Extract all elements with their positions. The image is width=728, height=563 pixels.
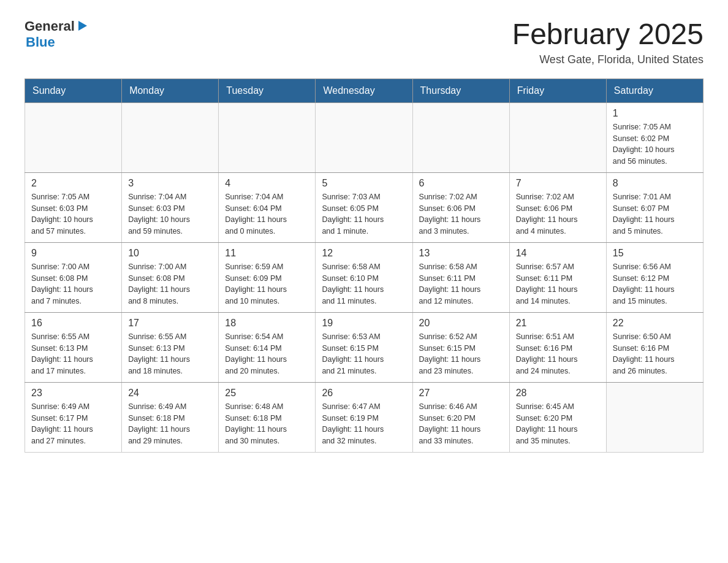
calendar-cell (509, 102, 606, 172)
calendar-cell: 28Sunrise: 6:45 AM Sunset: 6:20 PM Dayli… (509, 382, 606, 452)
day-number: 27 (419, 388, 503, 399)
day-info: Sunrise: 7:00 AM Sunset: 6:08 PM Dayligh… (128, 261, 212, 307)
calendar-cell: 11Sunrise: 6:59 AM Sunset: 6:09 PM Dayli… (219, 242, 316, 312)
day-number: 9 (31, 248, 115, 259)
calendar-cell: 25Sunrise: 6:48 AM Sunset: 6:18 PM Dayli… (219, 382, 316, 452)
calendar-header-tuesday: Tuesday (219, 79, 316, 102)
calendar-cell: 13Sunrise: 6:58 AM Sunset: 6:11 PM Dayli… (412, 242, 509, 312)
day-number: 14 (516, 248, 600, 259)
day-number: 28 (516, 388, 600, 399)
calendar-cell: 20Sunrise: 6:52 AM Sunset: 6:15 PM Dayli… (412, 312, 509, 382)
calendar-cell: 18Sunrise: 6:54 AM Sunset: 6:14 PM Dayli… (219, 312, 316, 382)
day-info: Sunrise: 6:45 AM Sunset: 6:20 PM Dayligh… (516, 401, 600, 447)
day-number: 4 (225, 178, 309, 189)
day-info: Sunrise: 7:04 AM Sunset: 6:03 PM Dayligh… (128, 191, 212, 237)
svg-marker-0 (78, 21, 87, 31)
calendar-cell (316, 102, 412, 172)
day-info: Sunrise: 6:53 AM Sunset: 6:15 PM Dayligh… (322, 331, 406, 377)
day-info: Sunrise: 7:01 AM Sunset: 6:07 PM Dayligh… (613, 191, 697, 237)
day-number: 26 (322, 388, 406, 399)
day-info: Sunrise: 6:55 AM Sunset: 6:13 PM Dayligh… (31, 331, 115, 377)
day-info: Sunrise: 7:05 AM Sunset: 6:03 PM Dayligh… (31, 191, 115, 237)
day-number: 18 (225, 318, 309, 329)
calendar-cell (219, 102, 316, 172)
day-info: Sunrise: 6:50 AM Sunset: 6:16 PM Dayligh… (613, 331, 697, 377)
calendar-cell: 27Sunrise: 6:46 AM Sunset: 6:20 PM Dayli… (412, 382, 509, 452)
calendar-cell: 6Sunrise: 7:02 AM Sunset: 6:06 PM Daylig… (412, 172, 509, 242)
day-number: 22 (613, 318, 697, 329)
day-number: 7 (516, 178, 600, 189)
calendar-header-row: SundayMondayTuesdayWednesdayThursdayFrid… (25, 79, 703, 102)
calendar-header-friday: Friday (509, 79, 606, 102)
logo-blue: Blue (26, 34, 55, 50)
day-number: 6 (419, 178, 503, 189)
calendar-week-row: 1Sunrise: 7:05 AM Sunset: 6:02 PM Daylig… (25, 102, 703, 172)
calendar-cell: 22Sunrise: 6:50 AM Sunset: 6:16 PM Dayli… (606, 312, 703, 382)
title-block: February 2025 West Gate, Florida, United… (512, 18, 703, 66)
day-info: Sunrise: 6:47 AM Sunset: 6:19 PM Dayligh… (322, 401, 406, 447)
day-number: 16 (31, 318, 115, 329)
calendar-cell (412, 102, 509, 172)
calendar-cell: 24Sunrise: 6:49 AM Sunset: 6:18 PM Dayli… (122, 382, 219, 452)
calendar-header-monday: Monday (122, 79, 219, 102)
day-info: Sunrise: 7:02 AM Sunset: 6:06 PM Dayligh… (419, 191, 503, 237)
day-number: 25 (225, 388, 309, 399)
day-number: 13 (419, 248, 503, 259)
calendar-cell: 3Sunrise: 7:04 AM Sunset: 6:03 PM Daylig… (122, 172, 219, 242)
day-info: Sunrise: 6:48 AM Sunset: 6:18 PM Dayligh… (225, 401, 309, 447)
day-info: Sunrise: 7:02 AM Sunset: 6:06 PM Dayligh… (516, 191, 600, 237)
day-number: 21 (516, 318, 600, 329)
calendar-week-row: 16Sunrise: 6:55 AM Sunset: 6:13 PM Dayli… (25, 312, 703, 382)
day-info: Sunrise: 6:49 AM Sunset: 6:17 PM Dayligh… (31, 401, 115, 447)
day-info: Sunrise: 7:05 AM Sunset: 6:02 PM Dayligh… (613, 121, 697, 167)
calendar-header-sunday: Sunday (25, 79, 122, 102)
page-title: February 2025 (512, 18, 703, 51)
day-info: Sunrise: 6:59 AM Sunset: 6:09 PM Dayligh… (225, 261, 309, 307)
calendar-header-wednesday: Wednesday (316, 79, 412, 102)
calendar-table: SundayMondayTuesdayWednesdayThursdayFrid… (25, 79, 703, 453)
day-info: Sunrise: 6:58 AM Sunset: 6:11 PM Dayligh… (419, 261, 503, 307)
day-number: 20 (419, 318, 503, 329)
calendar-cell (606, 382, 703, 452)
day-info: Sunrise: 6:46 AM Sunset: 6:20 PM Dayligh… (419, 401, 503, 447)
calendar-cell (25, 102, 122, 172)
calendar-cell: 12Sunrise: 6:58 AM Sunset: 6:10 PM Dayli… (316, 242, 412, 312)
calendar-cell: 26Sunrise: 6:47 AM Sunset: 6:19 PM Dayli… (316, 382, 412, 452)
calendar-cell: 5Sunrise: 7:03 AM Sunset: 6:05 PM Daylig… (316, 172, 412, 242)
logo-arrow-icon (76, 19, 89, 33)
calendar-cell: 17Sunrise: 6:55 AM Sunset: 6:13 PM Dayli… (122, 312, 219, 382)
day-number: 15 (613, 248, 697, 259)
day-info: Sunrise: 7:04 AM Sunset: 6:04 PM Dayligh… (225, 191, 309, 237)
day-number: 2 (31, 178, 115, 189)
calendar-cell: 15Sunrise: 6:56 AM Sunset: 6:12 PM Dayli… (606, 242, 703, 312)
calendar-week-row: 2Sunrise: 7:05 AM Sunset: 6:03 PM Daylig… (25, 172, 703, 242)
calendar-week-row: 23Sunrise: 6:49 AM Sunset: 6:17 PM Dayli… (25, 382, 703, 452)
day-number: 19 (322, 318, 406, 329)
calendar-cell: 2Sunrise: 7:05 AM Sunset: 6:03 PM Daylig… (25, 172, 122, 242)
day-info: Sunrise: 6:57 AM Sunset: 6:11 PM Dayligh… (516, 261, 600, 307)
logo: General Blue (25, 18, 89, 50)
day-number: 11 (225, 248, 309, 259)
day-number: 24 (128, 388, 212, 399)
calendar-cell: 21Sunrise: 6:51 AM Sunset: 6:16 PM Dayli… (509, 312, 606, 382)
day-number: 1 (613, 108, 697, 119)
calendar-cell: 10Sunrise: 7:00 AM Sunset: 6:08 PM Dayli… (122, 242, 219, 312)
day-number: 17 (128, 318, 212, 329)
day-info: Sunrise: 7:03 AM Sunset: 6:05 PM Dayligh… (322, 191, 406, 237)
calendar-cell: 23Sunrise: 6:49 AM Sunset: 6:17 PM Dayli… (25, 382, 122, 452)
day-info: Sunrise: 6:55 AM Sunset: 6:13 PM Dayligh… (128, 331, 212, 377)
day-info: Sunrise: 6:51 AM Sunset: 6:16 PM Dayligh… (516, 331, 600, 377)
day-number: 8 (613, 178, 697, 189)
calendar-cell: 19Sunrise: 6:53 AM Sunset: 6:15 PM Dayli… (316, 312, 412, 382)
day-info: Sunrise: 6:56 AM Sunset: 6:12 PM Dayligh… (613, 261, 697, 307)
day-number: 5 (322, 178, 406, 189)
calendar-cell: 1Sunrise: 7:05 AM Sunset: 6:02 PM Daylig… (606, 102, 703, 172)
day-info: Sunrise: 6:52 AM Sunset: 6:15 PM Dayligh… (419, 331, 503, 377)
day-info: Sunrise: 7:00 AM Sunset: 6:08 PM Dayligh… (31, 261, 115, 307)
day-number: 10 (128, 248, 212, 259)
subtitle: West Gate, Florida, United States (512, 53, 703, 66)
calendar-cell: 4Sunrise: 7:04 AM Sunset: 6:04 PM Daylig… (219, 172, 316, 242)
day-number: 23 (31, 388, 115, 399)
calendar-cell: 14Sunrise: 6:57 AM Sunset: 6:11 PM Dayli… (509, 242, 606, 312)
calendar-cell: 8Sunrise: 7:01 AM Sunset: 6:07 PM Daylig… (606, 172, 703, 242)
